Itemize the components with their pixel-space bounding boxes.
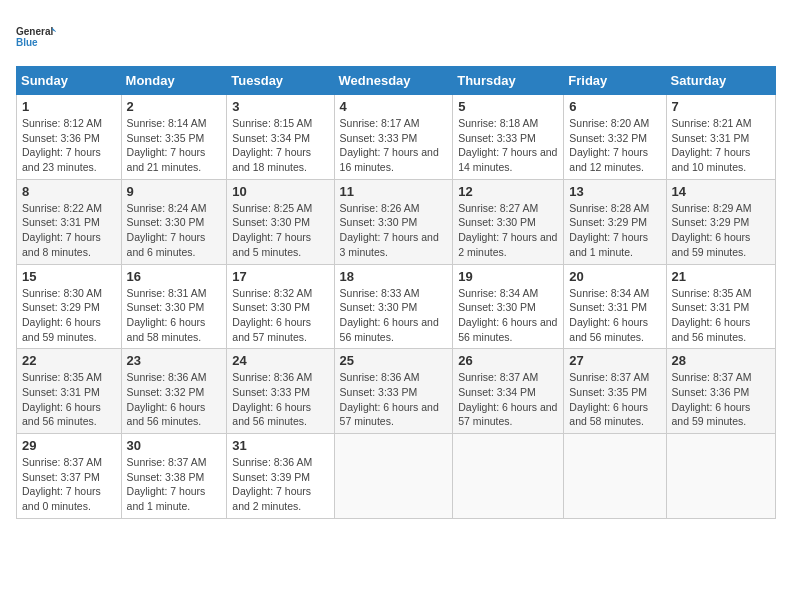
day-info: Sunrise: 8:15 AMSunset: 3:34 PMDaylight:… [232, 116, 328, 175]
calendar-day-cell: 27 Sunrise: 8:37 AMSunset: 3:35 PMDaylig… [564, 349, 666, 434]
calendar-day-cell: 31 Sunrise: 8:36 AMSunset: 3:39 PMDaylig… [227, 434, 334, 519]
day-info: Sunrise: 8:29 AMSunset: 3:29 PMDaylight:… [672, 201, 770, 260]
calendar-week-row: 8 Sunrise: 8:22 AMSunset: 3:31 PMDayligh… [17, 179, 776, 264]
calendar-day-cell: 11 Sunrise: 8:26 AMSunset: 3:30 PMDaylig… [334, 179, 453, 264]
day-info: Sunrise: 8:34 AMSunset: 3:31 PMDaylight:… [569, 286, 660, 345]
calendar-day-cell: 20 Sunrise: 8:34 AMSunset: 3:31 PMDaylig… [564, 264, 666, 349]
day-number: 30 [127, 438, 222, 453]
day-number: 9 [127, 184, 222, 199]
calendar-day-cell: 29 Sunrise: 8:37 AMSunset: 3:37 PMDaylig… [17, 434, 122, 519]
calendar-day-cell: 25 Sunrise: 8:36 AMSunset: 3:33 PMDaylig… [334, 349, 453, 434]
calendar-day-cell: 10 Sunrise: 8:25 AMSunset: 3:30 PMDaylig… [227, 179, 334, 264]
day-info: Sunrise: 8:34 AMSunset: 3:30 PMDaylight:… [458, 286, 558, 345]
day-number: 27 [569, 353, 660, 368]
day-info: Sunrise: 8:35 AMSunset: 3:31 PMDaylight:… [672, 286, 770, 345]
day-number: 17 [232, 269, 328, 284]
day-info: Sunrise: 8:33 AMSunset: 3:30 PMDaylight:… [340, 286, 448, 345]
day-info: Sunrise: 8:36 AMSunset: 3:32 PMDaylight:… [127, 370, 222, 429]
day-info: Sunrise: 8:31 AMSunset: 3:30 PMDaylight:… [127, 286, 222, 345]
day-number: 20 [569, 269, 660, 284]
calendar-day-cell: 24 Sunrise: 8:36 AMSunset: 3:33 PMDaylig… [227, 349, 334, 434]
calendar-day-cell: 4 Sunrise: 8:17 AMSunset: 3:33 PMDayligh… [334, 95, 453, 180]
calendar-day-cell: 5 Sunrise: 8:18 AMSunset: 3:33 PMDayligh… [453, 95, 564, 180]
header-cell-friday: Friday [564, 67, 666, 95]
header-cell-sunday: Sunday [17, 67, 122, 95]
day-info: Sunrise: 8:36 AMSunset: 3:33 PMDaylight:… [340, 370, 448, 429]
day-number: 18 [340, 269, 448, 284]
day-number: 12 [458, 184, 558, 199]
calendar-day-cell: 9 Sunrise: 8:24 AMSunset: 3:30 PMDayligh… [121, 179, 227, 264]
calendar-week-row: 1 Sunrise: 8:12 AMSunset: 3:36 PMDayligh… [17, 95, 776, 180]
day-number: 25 [340, 353, 448, 368]
day-info: Sunrise: 8:17 AMSunset: 3:33 PMDaylight:… [340, 116, 448, 175]
day-number: 8 [22, 184, 116, 199]
day-info: Sunrise: 8:22 AMSunset: 3:31 PMDaylight:… [22, 201, 116, 260]
day-number: 23 [127, 353, 222, 368]
day-number: 7 [672, 99, 770, 114]
header-cell-monday: Monday [121, 67, 227, 95]
day-info: Sunrise: 8:37 AMSunset: 3:38 PMDaylight:… [127, 455, 222, 514]
day-number: 24 [232, 353, 328, 368]
day-number: 10 [232, 184, 328, 199]
calendar-day-cell: 13 Sunrise: 8:28 AMSunset: 3:29 PMDaylig… [564, 179, 666, 264]
calendar-empty-cell [334, 434, 453, 519]
day-info: Sunrise: 8:30 AMSunset: 3:29 PMDaylight:… [22, 286, 116, 345]
calendar-day-cell: 6 Sunrise: 8:20 AMSunset: 3:32 PMDayligh… [564, 95, 666, 180]
calendar-empty-cell [453, 434, 564, 519]
calendar-day-cell: 7 Sunrise: 8:21 AMSunset: 3:31 PMDayligh… [666, 95, 775, 180]
header-cell-saturday: Saturday [666, 67, 775, 95]
day-number: 29 [22, 438, 116, 453]
day-number: 19 [458, 269, 558, 284]
header-cell-thursday: Thursday [453, 67, 564, 95]
calendar-day-cell: 17 Sunrise: 8:32 AMSunset: 3:30 PMDaylig… [227, 264, 334, 349]
calendar-day-cell: 14 Sunrise: 8:29 AMSunset: 3:29 PMDaylig… [666, 179, 775, 264]
calendar-day-cell: 21 Sunrise: 8:35 AMSunset: 3:31 PMDaylig… [666, 264, 775, 349]
calendar-day-cell: 26 Sunrise: 8:37 AMSunset: 3:34 PMDaylig… [453, 349, 564, 434]
day-info: Sunrise: 8:27 AMSunset: 3:30 PMDaylight:… [458, 201, 558, 260]
day-info: Sunrise: 8:36 AMSunset: 3:39 PMDaylight:… [232, 455, 328, 514]
day-number: 5 [458, 99, 558, 114]
day-info: Sunrise: 8:36 AMSunset: 3:33 PMDaylight:… [232, 370, 328, 429]
calendar-week-row: 22 Sunrise: 8:35 AMSunset: 3:31 PMDaylig… [17, 349, 776, 434]
calendar-day-cell: 2 Sunrise: 8:14 AMSunset: 3:35 PMDayligh… [121, 95, 227, 180]
page-header: General Blue [16, 16, 776, 56]
day-number: 16 [127, 269, 222, 284]
day-number: 26 [458, 353, 558, 368]
day-number: 11 [340, 184, 448, 199]
day-number: 22 [22, 353, 116, 368]
day-number: 3 [232, 99, 328, 114]
day-number: 14 [672, 184, 770, 199]
day-info: Sunrise: 8:20 AMSunset: 3:32 PMDaylight:… [569, 116, 660, 175]
calendar-day-cell: 12 Sunrise: 8:27 AMSunset: 3:30 PMDaylig… [453, 179, 564, 264]
calendar-day-cell: 16 Sunrise: 8:31 AMSunset: 3:30 PMDaylig… [121, 264, 227, 349]
calendar-day-cell: 19 Sunrise: 8:34 AMSunset: 3:30 PMDaylig… [453, 264, 564, 349]
day-number: 15 [22, 269, 116, 284]
calendar-table: SundayMondayTuesdayWednesdayThursdayFrid… [16, 66, 776, 519]
calendar-empty-cell [564, 434, 666, 519]
calendar-week-row: 15 Sunrise: 8:30 AMSunset: 3:29 PMDaylig… [17, 264, 776, 349]
day-info: Sunrise: 8:24 AMSunset: 3:30 PMDaylight:… [127, 201, 222, 260]
day-number: 6 [569, 99, 660, 114]
day-number: 21 [672, 269, 770, 284]
day-info: Sunrise: 8:12 AMSunset: 3:36 PMDaylight:… [22, 116, 116, 175]
calendar-week-row: 29 Sunrise: 8:37 AMSunset: 3:37 PMDaylig… [17, 434, 776, 519]
day-info: Sunrise: 8:32 AMSunset: 3:30 PMDaylight:… [232, 286, 328, 345]
calendar-empty-cell [666, 434, 775, 519]
day-number: 4 [340, 99, 448, 114]
day-info: Sunrise: 8:37 AMSunset: 3:34 PMDaylight:… [458, 370, 558, 429]
day-info: Sunrise: 8:37 AMSunset: 3:37 PMDaylight:… [22, 455, 116, 514]
day-info: Sunrise: 8:37 AMSunset: 3:35 PMDaylight:… [569, 370, 660, 429]
day-number: 31 [232, 438, 328, 453]
calendar-body: 1 Sunrise: 8:12 AMSunset: 3:36 PMDayligh… [17, 95, 776, 519]
svg-text:Blue: Blue [16, 37, 38, 48]
day-info: Sunrise: 8:18 AMSunset: 3:33 PMDaylight:… [458, 116, 558, 175]
day-info: Sunrise: 8:35 AMSunset: 3:31 PMDaylight:… [22, 370, 116, 429]
day-info: Sunrise: 8:25 AMSunset: 3:30 PMDaylight:… [232, 201, 328, 260]
day-number: 28 [672, 353, 770, 368]
calendar-day-cell: 22 Sunrise: 8:35 AMSunset: 3:31 PMDaylig… [17, 349, 122, 434]
logo: General Blue [16, 16, 56, 56]
day-number: 13 [569, 184, 660, 199]
day-info: Sunrise: 8:14 AMSunset: 3:35 PMDaylight:… [127, 116, 222, 175]
logo-svg: General Blue [16, 16, 56, 56]
day-number: 2 [127, 99, 222, 114]
